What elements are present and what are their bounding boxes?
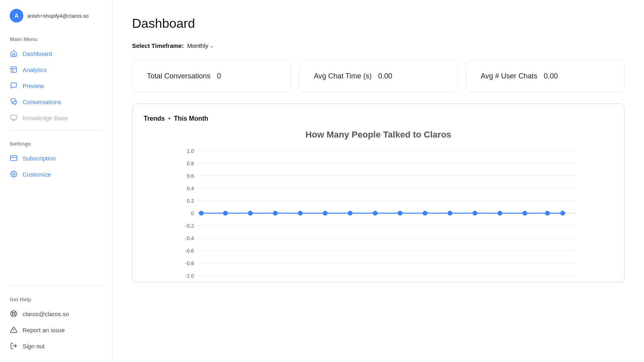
chevron-down-icon: ⌄ bbox=[210, 43, 214, 49]
stat-label-user-chats: Avg # User Chats bbox=[481, 72, 537, 80]
svg-text:10/13: 10/13 bbox=[488, 280, 501, 281]
svg-point-55 bbox=[560, 211, 565, 216]
svg-point-45 bbox=[323, 211, 328, 216]
get-help-label: Get Help bbox=[0, 290, 112, 306]
svg-text:10/15: 10/15 bbox=[536, 280, 548, 281]
sidebar-item-analytics[interactable]: Analytics bbox=[0, 62, 112, 78]
sidebar-item-analytics-label: Analytics bbox=[23, 66, 47, 73]
report-icon bbox=[10, 326, 18, 334]
svg-line-12 bbox=[14, 315, 16, 316]
trends-title: Trends • This Month bbox=[144, 115, 613, 122]
timeframe-label: Select Timeframe: bbox=[132, 42, 184, 49]
timeframe-value: Monthly bbox=[187, 42, 208, 49]
svg-text:10/16: 10/16 bbox=[551, 280, 564, 281]
svg-text:10/5: 10/5 bbox=[291, 280, 301, 281]
user-profile: A anish+shopify4@claros.so bbox=[0, 0, 112, 30]
timeframe-row: Select Timeframe: Monthly ⌄ bbox=[132, 42, 625, 49]
stat-label-conversations: Total Conversations bbox=[147, 72, 211, 80]
chart-area: 1.0 0.8 0.6 0.4 0.2 0 -0.2 -0.4 -0.6 -0.… bbox=[144, 144, 613, 282]
svg-text:10/11: 10/11 bbox=[438, 280, 451, 281]
main-content: Dashboard Select Timeframe: Monthly ⌄ To… bbox=[113, 0, 644, 362]
sidebar-item-conversations[interactable]: Conversations bbox=[0, 94, 112, 110]
svg-point-44 bbox=[298, 211, 303, 216]
svg-text:-0.2: -0.2 bbox=[185, 223, 194, 229]
svg-text:10/2: 10/2 bbox=[216, 280, 227, 281]
svg-text:0.6: 0.6 bbox=[187, 173, 194, 179]
divider-settings bbox=[10, 130, 103, 130]
stats-row: Total Conversations 0 Avg Chat Time (s) … bbox=[132, 60, 625, 92]
stat-value-chat-time: 0.00 bbox=[378, 72, 392, 80]
svg-text:10/10: 10/10 bbox=[413, 280, 426, 281]
sidebar-item-email[interactable]: claros@claros.so bbox=[0, 306, 112, 322]
signout-icon bbox=[10, 342, 18, 350]
svg-point-51 bbox=[473, 211, 477, 216]
divider-help bbox=[10, 286, 103, 286]
stat-value-user-chats: 0.00 bbox=[544, 72, 558, 80]
sidebar-item-subscription-label: Subscription bbox=[23, 155, 56, 162]
settings-label: Settings bbox=[0, 134, 112, 150]
sidebar-item-dashboard-label: Dashboard bbox=[23, 50, 52, 57]
stat-card-conversations: Total Conversations 0 bbox=[132, 60, 291, 92]
svg-text:10/1: 10/1 bbox=[192, 280, 202, 281]
stat-card-user-chats: Avg # User Chats 0.00 bbox=[466, 60, 625, 92]
sidebar-item-subscription[interactable]: Subscription bbox=[0, 150, 112, 166]
svg-point-50 bbox=[448, 211, 452, 216]
svg-point-54 bbox=[545, 211, 550, 216]
subscription-icon bbox=[10, 154, 18, 162]
svg-text:10/4: 10/4 bbox=[266, 280, 277, 281]
sidebar-item-signout-label: Sign out bbox=[23, 343, 45, 350]
knowledge-icon bbox=[10, 114, 18, 122]
svg-text:-1.0: -1.0 bbox=[185, 273, 194, 279]
svg-text:10/6: 10/6 bbox=[316, 280, 326, 281]
analytics-icon bbox=[10, 66, 18, 74]
sidebar-item-report-label: Report an issue bbox=[23, 327, 65, 333]
svg-text:10/7: 10/7 bbox=[341, 280, 351, 281]
stat-label-chat-time: Avg Chat Time (s) bbox=[314, 72, 372, 80]
email-icon bbox=[10, 310, 18, 318]
sidebar-item-dashboard[interactable]: Dashboard bbox=[0, 45, 112, 62]
sidebar-item-preview[interactable]: Preview bbox=[0, 78, 112, 94]
svg-point-53 bbox=[522, 211, 527, 216]
sidebar-item-conversations-label: Conversations bbox=[23, 99, 61, 105]
home-icon bbox=[10, 49, 18, 58]
svg-text:1.0: 1.0 bbox=[187, 148, 194, 154]
svg-point-41 bbox=[223, 211, 228, 216]
stat-value-conversations: 0 bbox=[217, 72, 221, 80]
svg-text:-0.6: -0.6 bbox=[185, 248, 194, 254]
svg-point-40 bbox=[199, 211, 204, 216]
sidebar-item-customize-label: Customize bbox=[23, 171, 51, 178]
svg-point-49 bbox=[423, 211, 427, 216]
sidebar-item-report[interactable]: Report an issue bbox=[0, 322, 112, 338]
svg-text:-0.8: -0.8 bbox=[185, 260, 194, 266]
customize-icon bbox=[10, 170, 18, 178]
svg-point-46 bbox=[348, 211, 353, 216]
avatar: A bbox=[10, 9, 23, 23]
svg-point-47 bbox=[373, 211, 378, 216]
svg-line-14 bbox=[12, 315, 13, 316]
svg-point-43 bbox=[273, 211, 278, 216]
sidebar-item-signout[interactable]: Sign out bbox=[0, 338, 112, 354]
svg-text:10/14: 10/14 bbox=[513, 280, 526, 281]
chart-svg: 1.0 0.8 0.6 0.4 0.2 0 -0.2 -0.4 -0.6 -0.… bbox=[144, 144, 613, 281]
sidebar: A anish+shopify4@claros.so Main Menu Das… bbox=[0, 0, 113, 362]
preview-icon bbox=[10, 82, 18, 90]
svg-text:10/8: 10/8 bbox=[365, 280, 376, 281]
svg-rect-6 bbox=[10, 156, 17, 160]
svg-text:10/3: 10/3 bbox=[241, 280, 252, 281]
svg-text:0.2: 0.2 bbox=[187, 198, 194, 204]
sidebar-item-customize[interactable]: Customize bbox=[0, 166, 112, 182]
sidebar-item-knowledge-label: Knowledge Base bbox=[23, 115, 68, 121]
svg-text:0.8: 0.8 bbox=[187, 160, 194, 167]
svg-line-11 bbox=[12, 312, 13, 313]
conversations-icon bbox=[10, 98, 18, 106]
chart-title: How Many People Talked to Claros bbox=[144, 130, 613, 140]
svg-point-8 bbox=[13, 173, 15, 175]
user-email: anish+shopify4@claros.so bbox=[27, 13, 89, 19]
sidebar-item-email-label: claros@claros.so bbox=[23, 311, 69, 317]
svg-text:10/9: 10/9 bbox=[390, 280, 401, 281]
svg-point-42 bbox=[248, 211, 253, 216]
trends-container: Trends • This Month How Many People Talk… bbox=[132, 103, 625, 283]
svg-line-13 bbox=[14, 312, 16, 313]
sidebar-item-knowledge-base: Knowledge Base bbox=[0, 110, 112, 126]
timeframe-selector[interactable]: Monthly ⌄ bbox=[187, 42, 215, 49]
